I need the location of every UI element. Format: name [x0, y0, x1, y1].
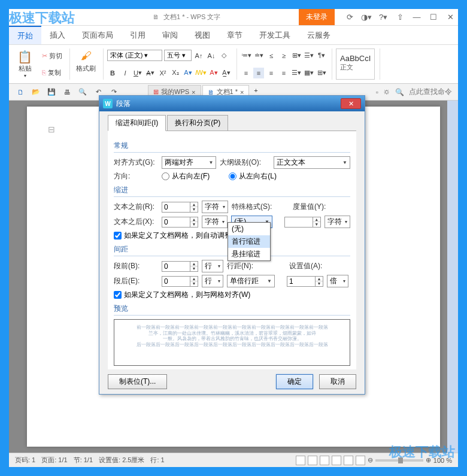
menu-cloud[interactable]: 云服务 [299, 26, 339, 44]
direction-rtl-radio[interactable]: 从右向左(F) [162, 171, 210, 181]
open-doc-icon[interactable]: 📂 [31, 87, 41, 98]
numbering-button[interactable]: ≐▾ [253, 50, 264, 61]
copy-button[interactable]: ⎘复制 [40, 65, 65, 80]
status-section[interactable]: 节: 1/1 [74, 456, 93, 465]
indent-right-button[interactable]: ≥ [278, 50, 289, 61]
indent-before-unit[interactable]: 字符▾ [202, 201, 228, 213]
status-pages[interactable]: 页面: 1/1 [41, 456, 67, 465]
align-left-button[interactable]: ≡ [241, 68, 251, 78]
tab-line-page-breaks[interactable]: 换行和分页(P) [167, 115, 228, 131]
subscript-button[interactable]: X₂ [170, 68, 181, 78]
space-before-unit[interactable]: 行▾ [202, 260, 223, 272]
italic-button[interactable]: I [120, 68, 131, 78]
close-icon[interactable]: × [240, 89, 244, 96]
indent-left-button[interactable]: ≤ [266, 50, 277, 61]
menu-references[interactable]: 引用 [122, 26, 154, 44]
char-border-button[interactable]: A̲▾ [221, 68, 232, 78]
indent-after-spinner[interactable]: ▲▼ [162, 217, 198, 228]
set-value-unit[interactable]: 倍▾ [327, 275, 348, 287]
vertical-ruler[interactable] [447, 101, 458, 453]
view-print-icon[interactable] [332, 456, 341, 465]
cancel-button[interactable]: 取消 [319, 374, 356, 389]
bullets-button[interactable]: ≔▾ [241, 50, 251, 61]
space-after-spinner[interactable]: ▲▼ [162, 276, 198, 287]
tab-indent-spacing[interactable]: 缩进和间距(I) [108, 115, 166, 131]
sort-button[interactable]: ☰▾ [304, 50, 314, 61]
set-value-spinner[interactable]: ▲▼ [287, 276, 323, 287]
menu-page-layout[interactable]: 页面布局 [74, 26, 122, 44]
menu-dev-tools[interactable]: 开发工具 [251, 26, 299, 44]
superscript-button[interactable]: X² [157, 68, 168, 78]
space-before-spinner[interactable]: ▲▼ [162, 261, 198, 272]
menu-insert[interactable]: 插入 [41, 26, 74, 44]
view-read-icon[interactable] [308, 456, 317, 465]
minimize-icon[interactable]: — [409, 11, 424, 24]
tabstops-button[interactable]: 制表位(T)... [108, 374, 167, 389]
status-position[interactable]: 设置值: 2.5厘米 [99, 456, 144, 465]
show-hide-button[interactable]: ¶▾ [316, 50, 327, 61]
toggle-marks-button[interactable]: ⊞▾ [291, 50, 302, 61]
status-page[interactable]: 页码: 1 [15, 456, 35, 465]
text-effect-button[interactable]: A▾ [183, 68, 193, 78]
view-full-icon[interactable] [296, 456, 305, 465]
menu-review[interactable]: 审阅 [154, 26, 186, 44]
maximize-icon[interactable]: ☐ [426, 11, 441, 24]
grid-align-checkbox[interactable]: 如果定义了文档网格，则与网格对齐(W) [114, 290, 250, 300]
menu-start[interactable]: 开始 [9, 26, 41, 44]
ok-button[interactable]: 确定 [276, 374, 313, 389]
strikethrough-button[interactable]: A▾ [145, 68, 156, 78]
settings-icon[interactable]: ⛭ [383, 88, 390, 96]
shading-button[interactable]: ▦▾ [304, 68, 314, 78]
save-icon[interactable]: 💾 [46, 87, 57, 98]
close-icon[interactable]: × [192, 89, 195, 96]
measure-spinner[interactable]: ▲▼ [284, 217, 321, 228]
outline-select[interactable]: 正文文本▼ [274, 156, 350, 169]
line-spacing-button[interactable]: ☰▾ [291, 68, 302, 78]
auto-adjust-checkbox[interactable]: 如果定义了文档网格，则自动调整 [114, 231, 232, 241]
view-mode-icons[interactable] [296, 456, 365, 465]
line-spacing-select[interactable]: 单倍行距▼ [227, 275, 275, 287]
view-outline-icon[interactable] [344, 456, 353, 465]
print-icon[interactable]: 🖶 [62, 87, 72, 98]
close-icon[interactable]: ✕ [442, 11, 458, 24]
font-color-button[interactable]: A▾ [208, 68, 219, 78]
new-doc-icon[interactable]: 🗋 [15, 87, 26, 98]
direction-ltr-radio[interactable]: 从左向右(L) [229, 171, 277, 181]
dropdown-option-none[interactable]: (无) [228, 223, 270, 235]
decrease-font-icon[interactable]: A↓ [206, 50, 217, 61]
menu-chapter[interactable]: 章节 [219, 26, 251, 44]
bold-button[interactable]: B [107, 68, 118, 78]
font-size-select[interactable]: 五号 ▾ [164, 50, 192, 61]
clear-format-icon[interactable]: ◇ [219, 50, 229, 61]
highlight-button[interactable]: ꟿ▾ [195, 68, 207, 78]
measure-unit[interactable]: 字符▾ [325, 216, 350, 228]
dropdown-option-hanging[interactable]: 悬挂缩进 [228, 248, 270, 260]
alignment-select[interactable]: 两端对齐▼ [162, 156, 216, 169]
print-preview-icon[interactable]: 🔍 [77, 87, 88, 98]
search-hint[interactable]: 点此查找命令 [409, 87, 452, 97]
underline-button[interactable]: U▾ [132, 68, 143, 78]
style-gallery[interactable]: AaBbCcI 正文 [336, 48, 375, 80]
dropdown-icon[interactable]: ◑▾ [359, 11, 374, 24]
align-right-button[interactable]: ≡ [266, 68, 277, 78]
dialog-close-button[interactable]: ✕ [341, 98, 361, 109]
status-line[interactable]: 行: 1 [150, 456, 164, 465]
format-painter-button[interactable]: 🖌格式刷 [74, 48, 98, 80]
menu-view[interactable]: 视图 [186, 26, 219, 44]
dropdown-option-first-line[interactable]: 首行缩进 [228, 235, 270, 248]
help-icon[interactable]: ?▾ [375, 11, 391, 24]
new-tab-icon[interactable]: + [250, 85, 261, 96]
app-icon[interactable]: ▫ [376, 88, 378, 96]
increase-font-icon[interactable]: A↑ [193, 50, 204, 61]
zoom-out-icon[interactable]: ⊖ [368, 456, 373, 464]
view-web-icon[interactable] [356, 456, 365, 465]
borders-button[interactable]: ⊞▾ [316, 68, 327, 78]
space-after-unit[interactable]: 行▾ [202, 275, 223, 287]
indent-after-unit[interactable]: 字符▾ [202, 216, 228, 228]
upload-icon[interactable]: ⇧ [392, 11, 408, 24]
dialog-titlebar[interactable]: W 段落 ✕ [99, 96, 365, 111]
indent-before-spinner[interactable]: ▲▼ [162, 202, 198, 213]
font-name-select[interactable]: 宋体 (正文) ▾ [107, 50, 162, 61]
paste-button[interactable]: 📋 粘贴 ▾ [14, 48, 36, 80]
login-button[interactable]: 未登录 [299, 9, 335, 25]
